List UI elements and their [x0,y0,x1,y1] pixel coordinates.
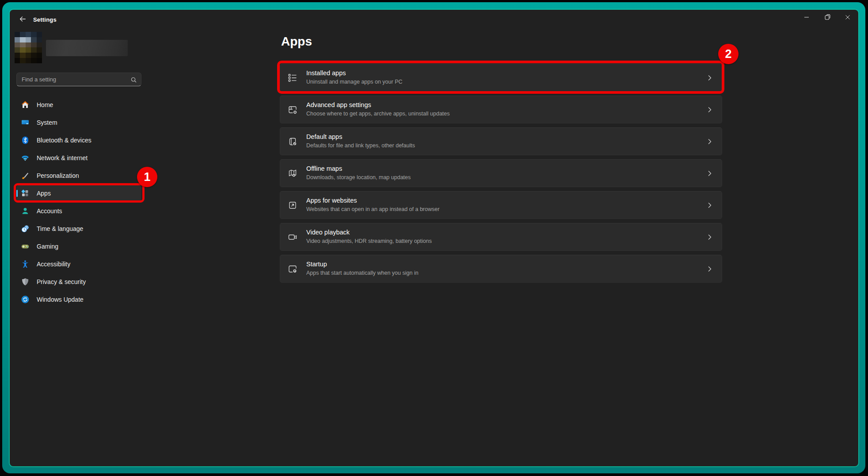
system-icon [21,118,30,127]
accessibility-icon [21,260,30,269]
chevron-right-icon [708,201,712,211]
installed-apps-icon [287,73,298,83]
sidebar-item-label: Home [37,97,53,113]
restore-icon [825,14,830,22]
search-box [16,73,141,86]
row-title: Installed apps [306,69,346,77]
sidebar-item-gaming[interactable]: Gaming [16,238,141,254]
row-title: Advanced app settings [306,101,371,108]
privacy-shield-icon [21,277,30,286]
chevron-right-icon [708,265,712,275]
chevron-right-icon [708,233,712,243]
settings-row-video-playback[interactable]: Video playback Video adjustments, HDR st… [280,223,722,251]
user-name-redacted [46,40,128,56]
sidebar-item-apps[interactable]: Apps [16,185,141,201]
offline-maps-icon [287,168,298,179]
sidebar-item-windows-update[interactable]: Windows Update [16,292,141,307]
row-title: Apps for websites [306,197,357,204]
personalization-icon [21,171,30,180]
advanced-app-settings-icon [287,104,298,115]
row-subtitle: Defaults for file and link types, other … [306,142,415,149]
sidebar-item-label: Apps [37,185,51,201]
sidebar-item-time-language[interactable]: Time & language [16,221,141,237]
annotation-step-2-badge: 2 [718,44,739,64]
chevron-right-icon [708,74,712,84]
row-title: Startup [306,261,327,268]
bluetooth-icon [21,136,30,145]
sidebar-item-label: System [37,115,57,131]
row-subtitle: Choose where to get apps, archive apps, … [306,111,450,117]
settings-row-installed-apps[interactable]: Installed apps Uninstall and manage apps… [280,64,722,92]
row-subtitle: Apps that start automatically when you s… [306,270,419,276]
sidebar-item-label: Accessibility [37,256,70,272]
settings-row-offline-maps[interactable]: Offline maps Downloads, storage location… [280,159,722,187]
gaming-icon [21,242,30,251]
minimize-button[interactable] [796,10,817,26]
sidebar-item-label: Network & internet [37,150,88,166]
sidebar-item-home[interactable]: Home [16,97,141,113]
sidebar-item-system[interactable]: System [16,115,141,131]
startup-icon [287,264,298,274]
chevron-right-icon [708,106,712,115]
default-apps-icon [287,136,298,147]
page-title: Apps [281,35,312,49]
row-title: Video playback [306,229,350,236]
sidebar-item-label: Accounts [37,203,62,219]
settings-row-default-apps[interactable]: Default apps Defaults for file and link … [280,127,722,155]
windows-update-icon [21,295,30,304]
sidebar-item-label: Bluetooth & devices [37,132,91,148]
sidebar-item-accounts[interactable]: Accounts [16,203,141,219]
chevron-right-icon [708,138,712,147]
row-title: Offline maps [306,165,342,172]
apps-icon [21,189,30,198]
sidebar-item-label: Windows Update [37,292,84,307]
screenshot-root: Settings Home [0,0,868,476]
back-arrow-icon [19,15,27,25]
back-button[interactable] [16,14,29,26]
settings-window: Settings Home [10,10,858,466]
sidebar-item-label: Time & language [37,221,83,237]
search-icon [130,77,137,85]
video-playback-icon [287,232,298,242]
sidebar-item-personalization[interactable]: Personalization [16,168,141,184]
sidebar-item-accessibility[interactable]: Accessibility [16,256,141,272]
row-subtitle: Websites that can open in an app instead… [306,206,439,212]
sidebar-item-label: Personalization [37,168,79,184]
window-title: Settings [33,16,57,23]
user-avatar [15,32,42,63]
sidebar-item-bluetooth-devices[interactable]: Bluetooth & devices [16,132,141,148]
row-title: Default apps [306,133,342,140]
row-subtitle: Uninstall and manage apps on your PC [306,79,403,85]
apps-for-websites-icon [287,200,298,211]
maximize-restore-button[interactable] [817,10,838,26]
sidebar-item-privacy-security[interactable]: Privacy & security [16,274,141,290]
accounts-icon [21,207,30,215]
row-subtitle: Downloads, storage location, map updates [306,174,411,180]
search-input[interactable] [17,73,141,86]
settings-row-startup[interactable]: Startup Apps that start automatically wh… [280,255,722,283]
row-subtitle: Video adjustments, HDR streaming, batter… [306,238,432,244]
close-button[interactable] [838,10,858,26]
settings-row-advanced-app-settings[interactable]: Advanced app settings Choose where to ge… [280,96,722,123]
home-icon [21,100,30,109]
time-language-icon [21,224,30,233]
close-icon [845,14,850,22]
settings-row-apps-for-websites[interactable]: Apps for websites Websites that can open… [280,191,722,219]
minimize-icon [804,14,809,22]
sidebar-item-label: Privacy & security [37,274,86,290]
sidebar-item-network-internet[interactable]: Network & internet [16,150,141,166]
network-icon [21,154,30,162]
sidebar-item-label: Gaming [37,238,58,254]
chevron-right-icon [708,169,712,179]
